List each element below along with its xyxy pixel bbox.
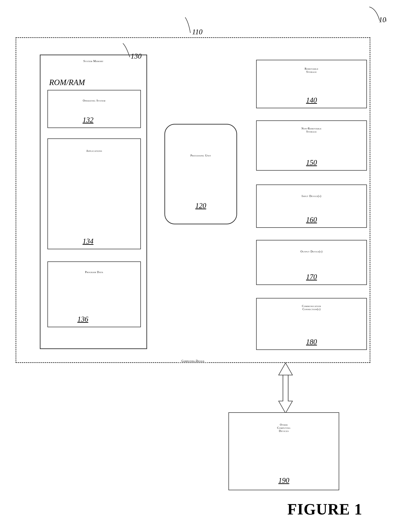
figure-label: FIGURE 1 <box>287 500 362 518</box>
ref-100-curve-svg: 100 <box>352 3 387 24</box>
other-devices-ref: 190 <box>279 476 289 485</box>
ref-110-curve-svg: 110 <box>164 14 216 36</box>
input-device-label: Input Device(s) <box>302 195 321 198</box>
bidirectional-arrow <box>269 361 302 415</box>
svg-text:100: 100 <box>379 16 387 24</box>
non-removable-storage-box: Non-RemovableStorage 150 <box>256 120 367 171</box>
system-memory-box: System Memory ROM/RAM Operating System 1… <box>40 55 147 349</box>
processing-unit-label: Processing Unit <box>191 154 211 157</box>
svg-text:110: 110 <box>192 28 203 36</box>
os-label: Operating System <box>83 99 105 102</box>
program-data-label: Program Data <box>85 271 103 274</box>
diagram-page: 100 110 Computing Device 130 System Memo… <box>0 0 397 532</box>
rom-ram-label: ROM/RAM <box>49 78 85 87</box>
output-device-box: Output Device(s) 170 <box>256 240 367 285</box>
output-device-label: Output Device(s) <box>300 250 323 253</box>
os-ref: 132 <box>83 116 93 124</box>
os-box: Operating System 132 <box>47 90 141 128</box>
non-removable-storage-label: Non-RemovableStorage <box>301 127 322 133</box>
program-data-ref: 136 <box>77 315 88 323</box>
other-devices-box: OtherComputingDevices 190 <box>229 412 339 490</box>
input-device-box: Input Device(s) 160 <box>256 184 367 228</box>
applications-label: Applications <box>86 149 102 152</box>
removable-storage-ref: 140 <box>306 96 317 104</box>
output-device-ref: 170 <box>306 273 317 281</box>
comm-connection-label: CommunicationConnection(s) <box>302 304 321 311</box>
input-device-ref: 160 <box>306 215 317 224</box>
program-data-box: Program Data 136 <box>47 261 141 327</box>
comm-connection-ref: 180 <box>306 338 317 346</box>
applications-box: Applications 134 <box>47 139 141 249</box>
removable-storage-label: RemovableStorage <box>304 67 318 73</box>
system-memory-label: System Memory <box>83 60 104 63</box>
processing-unit-ref: 120 <box>195 202 206 210</box>
applications-ref: 134 <box>83 237 93 245</box>
comm-connection-box: CommunicationConnection(s) 180 <box>256 298 367 350</box>
computing-device-label: Computing Device <box>178 359 208 362</box>
non-removable-storage-ref: 150 <box>306 158 317 167</box>
processing-unit-box: Processing Unit 120 <box>164 124 237 224</box>
other-devices-label: OtherComputingDevices <box>277 423 291 433</box>
svg-marker-4 <box>279 375 292 413</box>
removable-storage-box: RemovableStorage 140 <box>256 60 367 108</box>
